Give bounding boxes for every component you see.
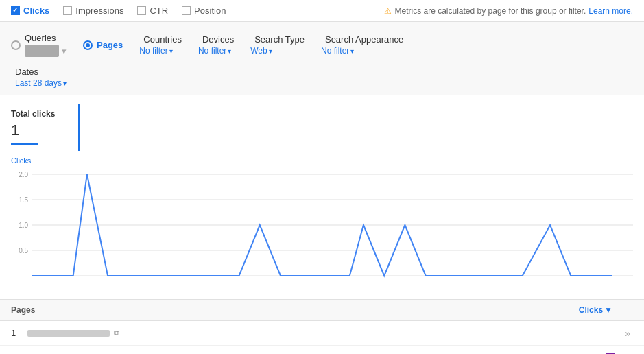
searchtype-chevron: ▾ — [269, 47, 272, 55]
pages-label: Pages — [97, 40, 123, 50]
impressions-checkbox[interactable] — [63, 6, 72, 15]
metrics-left: Clicks Impressions CTR Position — [11, 5, 226, 16]
chart-y-label: Clicks — [11, 156, 633, 165]
filters-section: Queries ▾ Pages Countries No filter ▾ — [0, 22, 644, 95]
queries-input-box — [25, 45, 59, 57]
external-link-icon-1[interactable]: ⧉ — [114, 329, 119, 338]
searchappearance-chevron: ▾ — [350, 47, 354, 55]
svg-text:0.5: 0.5 — [19, 247, 28, 255]
countries-chevron: ▾ — [169, 47, 173, 55]
stat-underline — [11, 143, 38, 145]
filter-searchappearance-group: Search Appearance No filter ▾ — [321, 34, 403, 56]
queries-group: Queries ▾ — [25, 33, 67, 57]
metric-ctr[interactable]: CTR — [137, 5, 168, 16]
position-label: Position — [194, 5, 226, 16]
searchtype-label-row: Search Type — [250, 34, 305, 45]
metric-position[interactable]: Position — [182, 5, 226, 16]
dates-label: Dates — [15, 67, 67, 77]
countries-sub[interactable]: No filter ▾ — [139, 46, 182, 56]
metric-impressions[interactable]: Impressions — [63, 5, 123, 16]
searchappearance-label-row: Search Appearance — [321, 34, 403, 45]
devices-sub[interactable]: No filter ▾ — [198, 46, 234, 56]
learn-more-link[interactable]: Learn more. — [588, 6, 633, 16]
clicks-header-text: Clicks — [579, 305, 603, 315]
dates-sub-text: Last 28 days — [15, 78, 62, 88]
devices-label: Devices — [202, 34, 234, 45]
filter-pages[interactable]: Pages — [83, 40, 123, 50]
clicks-sort-icon: ▼ — [604, 305, 612, 315]
warning-icon: ⚠ — [384, 6, 392, 16]
queries-divider: ▾ — [62, 46, 67, 56]
stat-value: 1 — [11, 121, 67, 139]
table-header: Pages Clicks ▼ — [0, 300, 644, 321]
countries-sub-text: No filter — [139, 46, 167, 56]
countries-label-row: Countries — [139, 34, 182, 45]
filters-row-main: Queries ▾ Pages Countries No filter ▾ — [11, 27, 633, 62]
chart-container: 2.0 1.5 1.0 0.5 — [11, 167, 633, 291]
chart-area: Clicks 2.0 1.5 1.0 0.5 — [0, 156, 644, 291]
filter-countries-group: Countries No filter ▾ — [139, 34, 182, 56]
table-section: Pages Clicks ▼ 1 ⧉ » 2 ⧉ » — [0, 299, 644, 354]
countries-label: Countries — [143, 34, 182, 45]
metrics-notice: ⚠ Metrics are calculated by page for thi… — [384, 6, 633, 16]
metrics-bar: Clicks Impressions CTR Position ⚠ Metric… — [0, 0, 644, 22]
filter-searchtype-group: Search Type Web ▾ — [250, 34, 305, 56]
table-row-2: 2 ⧉ » — [0, 346, 644, 354]
stat-title: Total clicks — [11, 109, 67, 119]
dates-row: Dates Last 28 days ▾ — [11, 62, 633, 95]
searchappearance-label: Search Appearance — [325, 34, 403, 45]
devices-sub-text: No filter — [198, 46, 226, 56]
devices-label-row: Devices — [198, 34, 234, 45]
url-text-1 — [27, 330, 110, 337]
metric-clicks[interactable]: Clicks — [11, 5, 49, 16]
filter-devices-group: Devices No filter ▾ — [198, 34, 234, 56]
clicks-label: Clicks — [23, 5, 49, 16]
svg-text:1.5: 1.5 — [19, 196, 28, 204]
ctr-label: CTR — [150, 5, 168, 16]
svg-text:1.0: 1.0 — [19, 222, 28, 229]
dates-chevron: ▾ — [63, 80, 67, 87]
queries-label: Queries — [25, 33, 67, 43]
col-pages-header: Pages — [11, 305, 579, 315]
impressions-label: Impressions — [75, 5, 123, 16]
queries-input-area: ▾ — [25, 45, 67, 57]
devices-chevron: ▾ — [228, 47, 231, 55]
col-clicks-header[interactable]: Clicks ▼ — [579, 305, 633, 315]
notice-text: Metrics are calculated by page for this … — [394, 6, 586, 16]
searchtype-label: Search Type — [254, 34, 305, 45]
searchappearance-sub[interactable]: No filter ▾ — [321, 46, 403, 56]
clicks-checkbox[interactable] — [11, 6, 20, 15]
dates-group: Dates Last 28 days ▾ — [15, 67, 67, 88]
searchappearance-sub-text: No filter — [321, 46, 349, 56]
table-row: 1 ⧉ » — [0, 321, 644, 346]
row-num-1: 1 — [11, 328, 27, 338]
row-url-1: ⧉ — [27, 329, 615, 338]
svg-text:2.0: 2.0 — [19, 171, 28, 178]
queries-radio[interactable] — [11, 40, 21, 50]
searchtype-sub-text: Web — [250, 46, 267, 56]
total-clicks-card: Total clicks 1 — [11, 104, 80, 151]
position-checkbox[interactable] — [182, 6, 191, 15]
searchtype-sub[interactable]: Web ▾ — [250, 46, 305, 56]
ctr-checkbox[interactable] — [137, 6, 146, 15]
pages-radio[interactable] — [83, 40, 93, 50]
stats-row: Total clicks 1 — [0, 95, 644, 151]
filter-queries[interactable]: Queries ▾ — [11, 33, 67, 57]
chart-svg: 2.0 1.5 1.0 0.5 — [11, 167, 633, 291]
dates-sub[interactable]: Last 28 days ▾ — [15, 78, 67, 88]
row-nav-1[interactable]: » — [622, 328, 633, 339]
